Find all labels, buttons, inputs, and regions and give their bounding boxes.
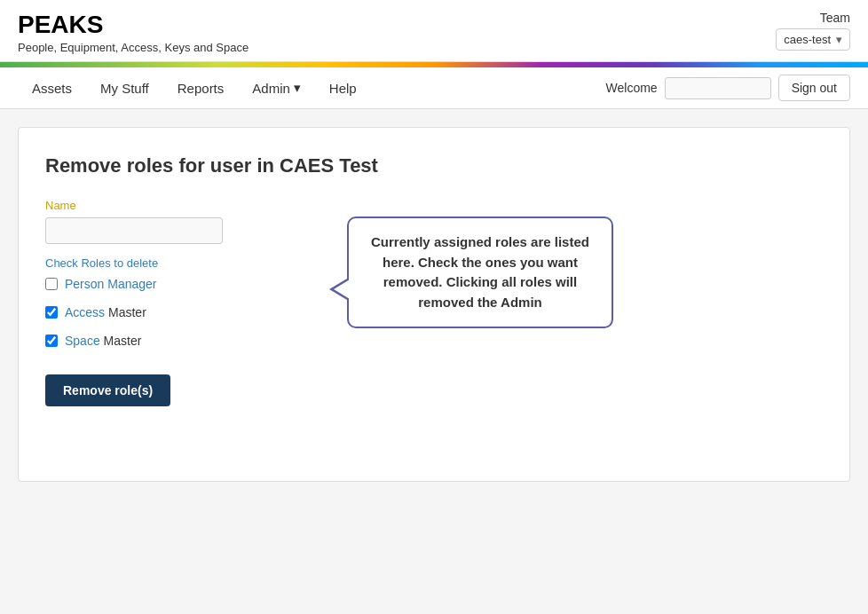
nav-item-admin[interactable]: Admin ▾ — [238, 67, 315, 108]
person-manager-label: Person Manager — [65, 277, 157, 291]
person-manager-checkbox[interactable] — [45, 278, 58, 290]
page-title: Remove roles for user in CAES Test — [45, 154, 823, 177]
team-section: Team caes-test ▾ — [776, 11, 850, 51]
team-label: Team — [776, 11, 850, 25]
tooltip-text: Currently assigned roles are listed here… — [371, 234, 589, 310]
chevron-down-icon: ▾ — [294, 80, 301, 96]
name-input[interactable] — [45, 217, 223, 244]
brand-subtitle: People, Equipment, Access, Keys and Spac… — [18, 41, 249, 54]
space-master-label: Space Master — [65, 334, 141, 348]
welcome-input[interactable] — [665, 77, 771, 99]
role-item-space-master: Space Master — [45, 334, 823, 348]
space-master-checkbox[interactable] — [45, 335, 58, 347]
role-section-space: Space Master — [45, 334, 823, 348]
main: Remove roles for user in CAES Test Name … — [0, 109, 868, 500]
content-card: Remove roles for user in CAES Test Name … — [18, 127, 850, 482]
nav-left: Assets My Stuff Reports Admin ▾ Help — [18, 67, 371, 108]
brand: PEAKS People, Equipment, Access, Keys an… — [18, 11, 249, 54]
nav-item-help[interactable]: Help — [315, 68, 371, 108]
signout-button[interactable]: Sign out — [778, 75, 850, 101]
nav-item-assets[interactable]: Assets — [18, 68, 86, 108]
tooltip-bubble: Currently assigned roles are listed here… — [347, 216, 613, 328]
nav-right: Welcome Sign out — [606, 75, 850, 101]
access-master-label: Access Master — [65, 305, 146, 319]
team-dropdown[interactable]: caes-test ▾ — [776, 28, 850, 51]
chevron-down-icon: ▾ — [836, 33, 842, 46]
nav-item-reports[interactable]: Reports — [163, 68, 239, 108]
brand-title: PEAKS — [18, 11, 249, 39]
nav: Assets My Stuff Reports Admin ▾ Help Wel… — [0, 67, 868, 109]
welcome-label: Welcome — [606, 81, 658, 95]
team-selected: caes-test — [784, 33, 831, 46]
remove-roles-button[interactable]: Remove role(s) — [45, 374, 170, 406]
nav-item-my-stuff[interactable]: My Stuff — [86, 68, 163, 108]
header: PEAKS People, Equipment, Access, Keys an… — [0, 0, 868, 62]
access-master-checkbox[interactable] — [45, 306, 58, 319]
form-section: Name Currently assigned roles are listed… — [45, 199, 823, 348]
name-label: Name — [45, 199, 823, 212]
